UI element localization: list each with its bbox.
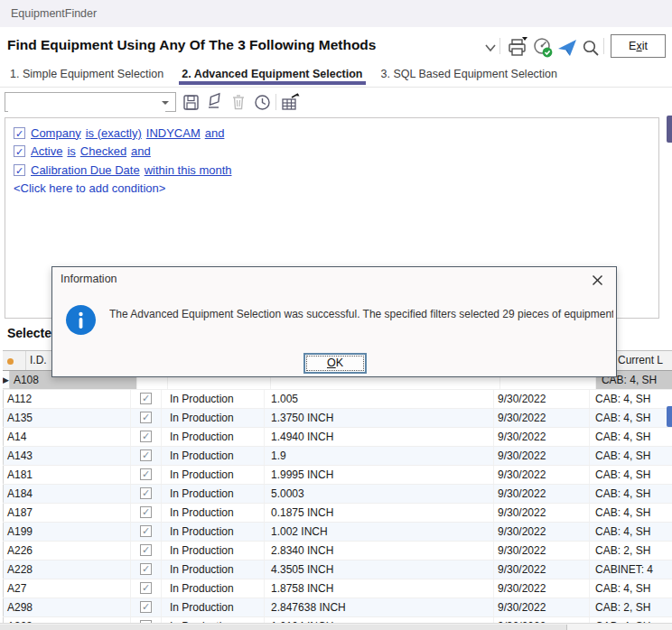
cell-date: 9/30/2022 xyxy=(494,598,590,616)
condition-link[interactable]: Calibration Due Date xyxy=(31,163,140,177)
condition-link[interactable]: and xyxy=(131,144,151,158)
table-row-A181[interactable]: A181✓In Production1.9995 INCH9/30/2022CA… xyxy=(3,466,672,485)
active-checkbox[interactable]: ✓ xyxy=(140,393,152,404)
cell-date: 9/30/2022 xyxy=(494,579,590,598)
cell-value: 1.9 xyxy=(265,447,494,465)
active-checkbox[interactable]: ✓ xyxy=(140,563,152,575)
cell-status: In Production xyxy=(162,428,265,446)
condition-link[interactable]: Checked xyxy=(80,144,126,158)
save-icon[interactable] xyxy=(180,91,201,113)
tab-2[interactable]: 2. Advanced Equipment Selection xyxy=(179,65,365,85)
table-row-A14[interactable]: A14✓In Production1.4940 INCH9/30/2022CAB… xyxy=(3,428,672,447)
active-checkbox[interactable]: ✓ xyxy=(140,525,152,537)
cell-id: A135 xyxy=(4,409,131,427)
active-checkbox[interactable]: ✓ xyxy=(140,449,152,461)
cell-date: 9/30/2022 xyxy=(494,428,590,446)
dialog-message: The Advanced Equipment Selection was suc… xyxy=(109,308,613,320)
tab-1[interactable]: 1. Simple Equipment Selection xyxy=(7,65,166,84)
cell-checked: ✓ xyxy=(131,504,162,522)
condition-link[interactable]: within this month xyxy=(145,163,232,177)
cell-value: 1.002 INCH xyxy=(265,523,494,541)
filter-condition-row: ✓Calibration Due Datewithin this month xyxy=(14,161,658,180)
cell-value: 0.1875 INCH xyxy=(265,504,494,522)
cell-value: 1.8758 INCH xyxy=(265,579,494,598)
cell-loc: CAB: 4, SH xyxy=(590,409,672,427)
active-checkbox[interactable]: ✓ xyxy=(140,506,152,518)
unsaved-indicator-dot xyxy=(7,358,14,365)
cell-value: 4.3505 INCH xyxy=(265,561,494,579)
exit-button[interactable]: Exit xyxy=(611,34,666,58)
table-row-A187[interactable]: A187✓In Production0.1875 INCH9/30/2022CA… xyxy=(3,504,672,523)
table-row-A112[interactable]: A112✓In Production1.0059/30/2022CAB: 4, … xyxy=(3,390,672,409)
condition-checkbox[interactable]: ✓ xyxy=(14,145,25,157)
print-preview-check-icon[interactable] xyxy=(531,36,555,60)
close-icon[interactable] xyxy=(589,272,605,288)
info-icon xyxy=(66,305,96,335)
cell-date: 9/30/2022 xyxy=(494,390,590,408)
search-icon[interactable] xyxy=(579,36,602,60)
history-icon[interactable] xyxy=(251,91,273,113)
condition-checkbox[interactable]: ✓ xyxy=(14,127,25,139)
table-row-A135[interactable]: A135✓In Production1.3750 INCH9/30/2022CA… xyxy=(3,409,672,428)
table-row-A143[interactable]: A143✓In Production1.99/30/2022CAB: 4, SH xyxy=(3,447,672,466)
print-icon[interactable] xyxy=(505,36,528,60)
cell-checked: ✓ xyxy=(131,561,162,579)
table-row-A27[interactable]: A27✓In Production1.8758 INCH9/30/2022CAB… xyxy=(3,579,672,598)
condition-checkbox[interactable]: ✓ xyxy=(14,164,25,176)
active-checkbox[interactable]: ✓ xyxy=(140,431,152,442)
separator xyxy=(275,94,276,110)
condition-link[interactable]: and xyxy=(205,126,225,140)
grid-edit-icon[interactable] xyxy=(280,91,302,113)
cell-loc: CABINET: 4 xyxy=(590,561,672,579)
filter-condition-row: ✓ActiveisCheckedand xyxy=(14,143,658,162)
active-checkbox[interactable]: ✓ xyxy=(140,601,152,613)
cell-value: 1.005 xyxy=(265,390,494,408)
cell-id: A199 xyxy=(4,523,131,541)
cell-status: In Production xyxy=(162,579,265,598)
active-checkbox[interactable]: ✓ xyxy=(140,468,152,480)
condition-link[interactable]: is xyxy=(67,144,75,158)
current-row-arrow-icon: ▶ xyxy=(3,375,9,384)
table-row-A199[interactable]: A199✓In Production1.002 INCH9/30/2022CAB… xyxy=(3,523,672,542)
cell-status: In Production xyxy=(162,504,265,522)
cell-date: 9/30/2022 xyxy=(494,523,590,541)
separator xyxy=(603,38,604,54)
active-checkbox[interactable]: ✓ xyxy=(140,487,152,499)
row-selector[interactable]: ▶ xyxy=(3,371,10,389)
equipment-finder-window: EquipmentFinder Find Equipment Using Any… xyxy=(0,0,672,630)
table-row-A184[interactable]: A184✓In Production5.00039/30/2022CAB: 4,… xyxy=(3,485,672,504)
cell-id: A27 xyxy=(4,579,131,598)
condition-link[interactable]: Company xyxy=(31,126,81,140)
filter-preset-input[interactable] xyxy=(8,94,165,112)
condition-link[interactable]: Active xyxy=(31,144,62,158)
cell-checked: ✓ xyxy=(131,485,162,503)
cell-date: 9/30/2022 xyxy=(494,504,590,522)
table-row-A228[interactable]: A228✓In Production4.3505 INCH9/30/2022CA… xyxy=(3,561,672,579)
table-row-A226[interactable]: A226✓In Production2.8340 INCH9/30/2022CA… xyxy=(3,542,672,561)
delete-icon[interactable] xyxy=(228,91,249,113)
cell-date: 9/30/2022 xyxy=(494,409,590,427)
active-checkbox[interactable]: ✓ xyxy=(140,582,152,594)
cell-status: In Production xyxy=(162,390,265,408)
table-row-A298[interactable]: A298✓In Production2.847638 INCH9/30/2022… xyxy=(3,598,672,617)
active-checkbox[interactable]: ✓ xyxy=(140,412,152,423)
clear-filter-icon[interactable] xyxy=(204,91,226,113)
active-checkbox[interactable]: ✓ xyxy=(140,544,152,556)
column-header-Current L[interactable]: Current L xyxy=(612,351,672,370)
cell-checked: ✓ xyxy=(131,390,162,408)
filter-preset-combobox[interactable] xyxy=(5,92,176,112)
send-icon[interactable] xyxy=(555,36,579,60)
cell-value: 1.9995 INCH xyxy=(265,466,494,484)
tab-3[interactable]: 3. SQL Based Equipment Selection xyxy=(378,65,561,84)
cell-status: In Production xyxy=(162,447,265,465)
cell-status: In Production xyxy=(162,598,265,616)
cell-id: A181 xyxy=(4,466,131,484)
horizontal-scrollbar-thumb[interactable] xyxy=(0,625,567,630)
horizontal-scrollbar[interactable] xyxy=(0,623,672,630)
add-condition-link[interactable]: <Click here to add condition> xyxy=(14,180,658,199)
cell-id: A143 xyxy=(4,447,131,465)
combo-dropdown-arrow-icon[interactable] xyxy=(162,101,169,105)
condition-link[interactable]: is (exactly) xyxy=(86,126,142,140)
condition-link[interactable]: INDYCAM xyxy=(146,126,201,140)
ok-button[interactable]: OK xyxy=(303,353,367,374)
